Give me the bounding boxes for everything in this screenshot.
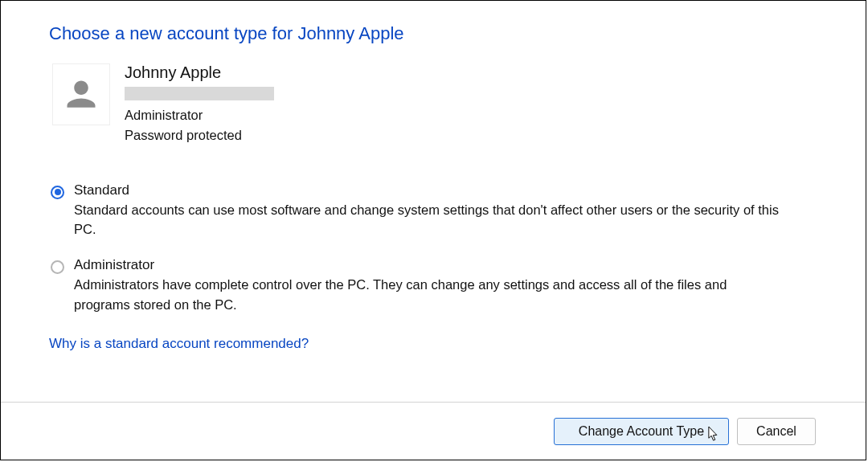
person-icon [61, 75, 101, 115]
radio-administrator[interactable] [51, 260, 64, 274]
option-administrator-body: Administrator Administrators have comple… [74, 257, 817, 315]
option-administrator-label: Administrator [74, 257, 817, 273]
cancel-button[interactable]: Cancel [737, 418, 816, 445]
account-type-window: Choose a new account type for Johnny App… [0, 0, 866, 460]
radio-standard[interactable] [51, 186, 64, 199]
user-info: Johnny Apple Administrator Password prot… [125, 63, 274, 145]
user-role: Administrator [125, 105, 274, 125]
user-status: Password protected [125, 125, 274, 145]
help-link[interactable]: Why is a standard account recommended? [49, 336, 309, 352]
change-account-type-button[interactable]: Change Account Type [554, 418, 729, 445]
user-avatar [52, 63, 110, 125]
option-standard-desc: Standard accounts can use most software … [74, 200, 781, 240]
option-administrator-desc: Administrators have complete control ove… [74, 275, 781, 315]
account-type-options: Standard Standard accounts can use most … [51, 182, 817, 315]
option-administrator[interactable]: Administrator Administrators have comple… [51, 257, 817, 315]
user-email-redacted [125, 87, 274, 100]
option-standard[interactable]: Standard Standard accounts can use most … [51, 182, 817, 240]
option-standard-body: Standard Standard accounts can use most … [74, 182, 817, 240]
dialog-footer: Change Account Type Cancel [1, 402, 866, 460]
user-summary: Johnny Apple Administrator Password prot… [52, 63, 817, 145]
content-area: Choose a new account type for Johnny App… [1, 1, 866, 352]
change-account-type-label: Change Account Type [579, 424, 704, 438]
option-standard-label: Standard [74, 182, 817, 198]
cursor-icon [708, 427, 720, 442]
page-title: Choose a new account type for Johnny App… [49, 23, 817, 44]
user-name: Johnny Apple [125, 63, 274, 82]
